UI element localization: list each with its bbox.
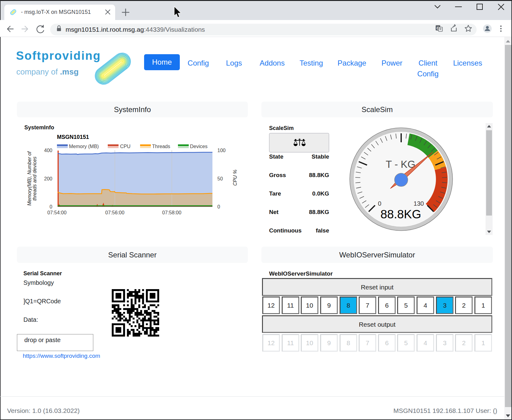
svg-text:07:54:00: 07:54:00 [47,210,67,215]
svg-text:threads and devices: threads and devices [32,156,37,200]
svg-text:CPU %: CPU % [232,170,238,186]
svg-text:200: 200 [44,176,52,181]
svg-text:100: 100 [217,148,226,153]
svg-text:400: 400 [44,148,52,153]
svg-text:CPU: CPU [120,144,131,149]
svg-text:T - KG: T - KG [386,159,416,170]
svg-text:MSGN10151: MSGN10151 [57,134,89,140]
svg-text:Threads: Threads [152,144,170,149]
svg-text:0: 0 [50,204,52,209]
svg-text:Devices: Devices [190,144,208,149]
svg-text:0: 0 [378,200,381,207]
svg-text:Memory (MB): Memory (MB) [69,144,99,149]
svg-text:50: 50 [217,176,223,181]
svg-text:07:58:00: 07:58:00 [162,210,181,215]
svg-text:130: 130 [413,200,424,207]
svg-text:Memory(MB), Number of: Memory(MB), Number of [27,151,32,206]
svg-text:88.8KG: 88.8KG [381,208,421,221]
svg-text:0: 0 [217,204,220,209]
svg-text:07:56:00: 07:56:00 [105,210,124,215]
